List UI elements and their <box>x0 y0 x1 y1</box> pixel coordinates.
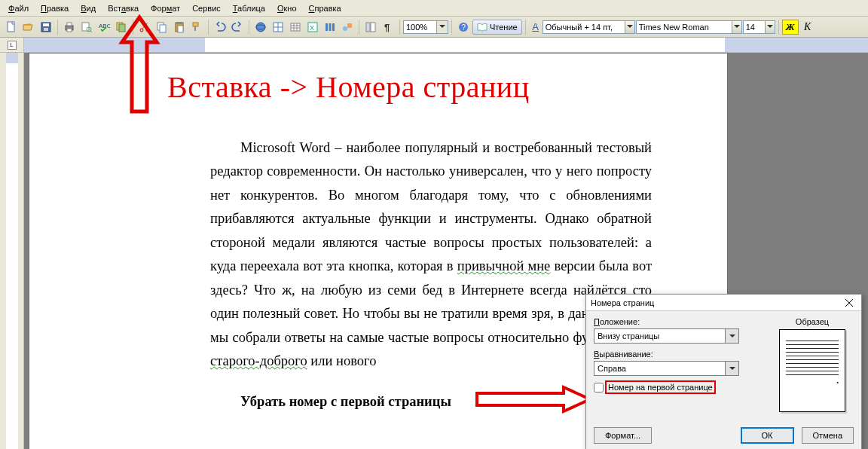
dialog-titlebar[interactable]: Номера страниц <box>586 295 861 311</box>
style-a-icon: A <box>529 21 542 32</box>
first-page-checkbox[interactable] <box>594 383 604 392</box>
svg-point-39 <box>343 26 347 31</box>
position-label: Положение: <box>594 317 771 326</box>
font-size-combo[interactable] <box>743 20 775 35</box>
close-icon[interactable] <box>842 296 857 310</box>
paste-icon[interactable] <box>171 19 188 35</box>
svg-rect-3 <box>44 28 48 31</box>
svg-rect-40 <box>347 23 352 28</box>
annotation-right-arrow <box>473 384 594 414</box>
position-dropdown-icon[interactable] <box>726 328 739 344</box>
svg-rect-7 <box>82 23 89 31</box>
font-name-input[interactable] <box>636 20 732 34</box>
menu-table[interactable]: Таблица <box>227 2 271 15</box>
bold-highlighted-icon[interactable]: Ж <box>782 20 799 35</box>
svg-rect-0 <box>8 22 14 32</box>
svg-line-9 <box>90 31 92 32</box>
read-mode-button[interactable]: Чтение <box>472 20 522 35</box>
ok-button[interactable]: ОК <box>741 427 794 444</box>
style-input[interactable] <box>542 20 625 34</box>
help-icon[interactable]: ? <box>455 19 472 35</box>
show-marks-icon[interactable]: ¶ <box>380 19 396 35</box>
spellcheck-icon[interactable]: ABC <box>96 19 112 35</box>
redo-icon[interactable] <box>229 19 246 35</box>
font-name-dropdown-icon[interactable] <box>732 20 742 34</box>
insert-excel-icon[interactable]: X <box>304 19 321 35</box>
first-page-checkbox-label: Номер на первой странице <box>607 382 714 392</box>
svg-rect-42 <box>371 23 375 32</box>
read-mode-label: Чтение <box>490 23 518 32</box>
style-dropdown-icon[interactable] <box>625 20 635 34</box>
menu-help[interactable]: Справка <box>303 2 347 15</box>
svg-text:?: ? <box>462 23 466 32</box>
print-preview-icon[interactable] <box>78 19 95 35</box>
annotation-title: Вставка -> Номера страниц <box>167 69 530 105</box>
first-page-checkbox-row[interactable]: Номер на первой странице <box>594 382 771 392</box>
dialog-title: Номера страниц <box>591 298 654 307</box>
svg-rect-29 <box>291 23 300 31</box>
font-size-input[interactable] <box>743 20 766 34</box>
book-icon <box>477 23 487 32</box>
print-icon[interactable] <box>61 19 78 35</box>
svg-rect-38 <box>332 23 335 31</box>
italic-icon[interactable]: K <box>799 19 816 35</box>
preview-box: ▪ <box>779 329 845 412</box>
svg-text:¶: ¶ <box>384 22 390 33</box>
align-input[interactable] <box>594 361 726 376</box>
menu-window[interactable]: Окно <box>271 2 303 15</box>
svg-rect-22 <box>193 23 198 26</box>
svg-rect-41 <box>366 23 370 32</box>
annotation-up-arrow <box>113 14 166 119</box>
columns-icon[interactable] <box>322 19 338 35</box>
svg-rect-21 <box>178 26 183 32</box>
zoom-input[interactable] <box>403 20 437 34</box>
align-label: Выравнивание: <box>594 350 771 359</box>
position-combo[interactable] <box>594 328 771 344</box>
align-combo[interactable] <box>594 361 771 376</box>
format-button[interactable]: Формат... <box>594 427 652 444</box>
svg-text:X: X <box>310 24 314 32</box>
menu-edit[interactable]: Правка <box>35 2 75 15</box>
menu-tools[interactable]: Сервис <box>186 2 227 15</box>
insert-table-icon[interactable] <box>287 19 304 35</box>
svg-rect-37 <box>329 23 332 31</box>
hyperlink-icon[interactable] <box>252 19 269 35</box>
save-icon[interactable] <box>38 19 54 35</box>
preview-label: Образец <box>796 317 829 326</box>
svg-rect-5 <box>67 23 72 26</box>
svg-rect-20 <box>177 22 182 24</box>
svg-rect-6 <box>67 29 72 32</box>
align-dropdown-icon[interactable] <box>726 361 739 376</box>
zoom-combo[interactable] <box>403 20 448 35</box>
doc-map-icon[interactable] <box>362 19 379 35</box>
menu-view[interactable]: Вид <box>75 2 102 15</box>
style-combo[interactable]: A <box>529 20 635 35</box>
ruler-corner[interactable]: L <box>0 38 24 53</box>
zoom-dropdown-icon[interactable] <box>437 20 448 34</box>
menu-file[interactable]: Файл <box>2 2 35 15</box>
vertical-ruler[interactable] <box>6 53 18 449</box>
svg-rect-36 <box>326 23 328 31</box>
svg-point-24 <box>256 23 265 32</box>
vertical-ruler-area <box>0 53 24 449</box>
page-numbers-dialog: Номера страниц Положение: Выравнивание: … <box>585 294 862 449</box>
new-doc-icon[interactable] <box>3 19 20 35</box>
font-name-combo[interactable] <box>636 20 742 35</box>
drawing-icon[interactable] <box>339 19 356 35</box>
svg-rect-2 <box>43 23 49 26</box>
tables-borders-icon[interactable] <box>270 19 286 35</box>
menu-format[interactable]: Формат <box>145 2 186 15</box>
font-size-dropdown-icon[interactable] <box>766 20 775 34</box>
menu-insert[interactable]: Вставка <box>102 2 145 15</box>
undo-icon[interactable] <box>212 19 228 35</box>
position-input[interactable] <box>594 328 726 344</box>
format-painter-icon[interactable] <box>188 19 205 35</box>
open-icon[interactable] <box>20 19 37 35</box>
cancel-button[interactable]: Отмена <box>802 427 854 444</box>
